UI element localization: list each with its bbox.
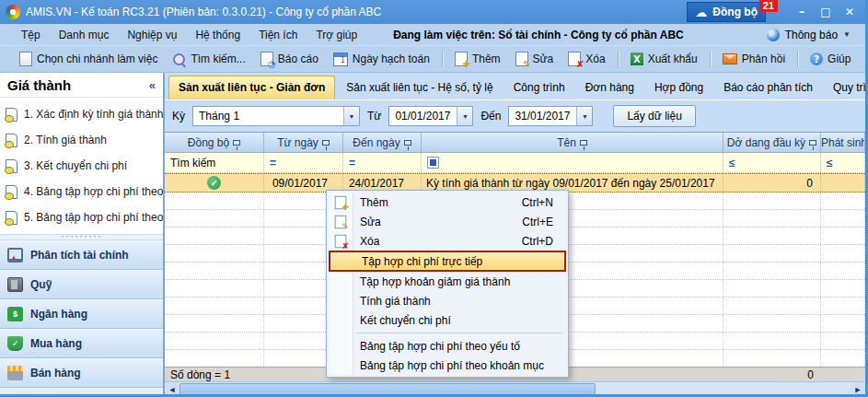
horizontal-scrollbar[interactable]: ◄ ►	[165, 381, 865, 397]
sidebar-item-quy[interactable]: Quỹ	[0, 270, 163, 299]
context-item-label: Tập hợp chi phí trực tiếp	[354, 255, 482, 268]
context-menu-tap-hop-khoan-giam[interactable]: Tập hợp khoản giảm giá thành	[329, 272, 566, 291]
column-header-do-dang-dau-ky[interactable]: Dở dang đầu kỳ	[723, 133, 821, 152]
menu-tro-giup[interactable]: Trợ giúp	[307, 26, 365, 44]
column-header-ten[interactable]: Tên	[422, 133, 723, 152]
sync-label: Đồng bộ	[712, 6, 758, 18]
task-document-icon	[6, 159, 17, 173]
pin-icon[interactable]	[580, 140, 587, 146]
tab-cong-trinh[interactable]: Công trình	[504, 76, 574, 99]
tab-san-xuat-he-so[interactable]: Sản xuất liên tục - Hệ số, tỷ lệ	[337, 76, 502, 99]
toolbar-posting-date-label: Ngày hạch toán	[353, 53, 430, 65]
text-filter-icon[interactable]	[427, 157, 439, 169]
context-menu-ket-chuyen-chi-phi[interactable]: Kết chuyển chi phí	[329, 310, 566, 330]
sidebar-task-bang-tap-hop-4[interactable]: 4. Bảng tập hợp chi phí theo...	[0, 179, 163, 204]
menu-danh-muc[interactable]: Danh mục	[51, 26, 118, 44]
column-label: Tên	[557, 136, 576, 149]
chevron-down-icon[interactable]: ▼	[343, 107, 359, 125]
chevron-down-icon[interactable]: ▼	[457, 107, 472, 125]
sidebar-item-mua-hang[interactable]: Mua hàng	[0, 329, 163, 358]
context-menu-bang-tap-hop-yeu-to[interactable]: Bảng tập hợp chi phí theo yếu tố	[329, 336, 566, 356]
sidebar-task-xac-dinh-ky[interactable]: 1. Xác định kỳ tính giá thành	[0, 101, 163, 127]
load-data-button[interactable]: Lấy dữ liệu	[613, 105, 695, 127]
toolbar-branch-button[interactable]: Chọn chi nhánh làm việc	[13, 49, 164, 69]
context-menu-them[interactable]: Thêm Ctrl+N	[329, 193, 566, 212]
filter-cell-tu-ngay[interactable]: =	[264, 153, 343, 172]
sidebar-task-bang-tap-hop-5[interactable]: 5. Bảng tập hợp chi phí theo...	[0, 204, 163, 230]
filter-cell-ten[interactable]	[422, 153, 723, 172]
scrollbar-track[interactable]	[179, 382, 851, 397]
toolbar-search-button[interactable]: Tìm kiếm...	[166, 50, 251, 69]
context-item-shortcut: Ctrl+N	[522, 196, 566, 209]
tab-bao-cao-phan-tich[interactable]: Báo cáo phân tích	[714, 76, 822, 99]
column-header-den-ngay[interactable]: Đến ngày	[343, 133, 422, 152]
toolbar-add-label: Thêm	[472, 53, 501, 65]
opening-balance-total: 0	[723, 368, 821, 381]
toolbar-report-button[interactable]: Báo cáo	[254, 49, 325, 69]
close-button[interactable]: ✕	[839, 4, 860, 20]
tab-san-xuat-gian-don[interactable]: Sản xuất liên tục - Giản đơn	[168, 76, 335, 99]
edit-document-icon	[515, 52, 528, 66]
tab-hop-dong[interactable]: Hợp đồng	[645, 76, 712, 99]
collapse-sidebar-icon[interactable]: «	[149, 78, 156, 92]
lte-operator-icon[interactable]: ≤	[827, 157, 833, 169]
from-date-picker[interactable]: 01/01/2017 ▼	[388, 106, 473, 126]
toolbar-add-button[interactable]: Thêm	[448, 49, 507, 69]
filter-cell-do-dang[interactable]: ≤	[723, 153, 821, 172]
period-select[interactable]: Tháng 1 ▼	[192, 106, 360, 126]
pin-icon[interactable]	[322, 140, 330, 146]
lte-operator-icon[interactable]: ≤	[729, 157, 735, 169]
filter-cell-phat-sinh[interactable]: ≤	[821, 153, 865, 172]
sidebar-task-ket-chuyen[interactable]: 3. Kết chuyển chi phí	[0, 153, 163, 179]
toolbar-delete-button[interactable]: Xóa	[561, 49, 611, 69]
toolbar-feedback-button[interactable]: Phản hồi	[716, 50, 792, 68]
toolbar-posting-date-button[interactable]: Ngày hạch toán	[327, 50, 436, 69]
scrollbar-thumb[interactable]	[179, 383, 596, 396]
filter-cell-den-ngay[interactable]: =	[343, 153, 422, 172]
sidebar-item-phan-tich-tai-chinh[interactable]: Phân tích tài chính	[0, 240, 163, 270]
sidebar-item-ban-hang[interactable]: Bán hàng	[0, 358, 163, 388]
menu-tep[interactable]: Tệp	[13, 26, 49, 44]
sidebar-item-quan-ly-hoa-don[interactable]: Quản lý hóa đơn	[0, 388, 163, 397]
scroll-left-icon[interactable]: ◄	[165, 385, 179, 394]
context-menu-sua[interactable]: Sửa Ctrl+E	[329, 212, 566, 231]
context-menu-tap-hop-chi-phi-truc-tiep[interactable]: Tập hợp chi phí trực tiếp	[329, 251, 566, 272]
minimize-button[interactable]: –	[792, 4, 812, 20]
toolbar-export-button[interactable]: Xuất khẩu	[624, 50, 704, 68]
pin-icon[interactable]	[809, 140, 816, 146]
menu-nghiep-vu[interactable]: Nghiệp vụ	[119, 26, 185, 44]
toolbar-help-button[interactable]: Giúp	[804, 50, 857, 68]
cell-do-dang: 0	[723, 174, 821, 192]
sync-button[interactable]: ☁ Đồng bộ 21	[687, 2, 766, 22]
to-label: Đến	[480, 110, 501, 123]
context-menu-tinh-gia-thanh[interactable]: Tính giá thành	[329, 291, 566, 310]
search-row-label-cell[interactable]: Tìm kiếm	[165, 153, 264, 172]
sidebar-splitter[interactable]	[0, 234, 163, 240]
menu-tien-ich[interactable]: Tiện ích	[250, 26, 306, 44]
equals-operator-icon[interactable]: =	[349, 157, 355, 169]
notifications-button[interactable]: Thông báo ▼	[761, 27, 856, 43]
menu-he-thong[interactable]: Hệ thống	[187, 26, 249, 44]
purchase-basket-icon	[7, 336, 23, 351]
feedback-mail-icon	[723, 53, 737, 64]
column-header-dong-bo[interactable]: Đồng bộ	[165, 133, 264, 152]
tab-quy-trinh[interactable]: Quy trình	[824, 76, 865, 99]
task-document-icon	[6, 108, 17, 122]
maximize-button[interactable]: □	[816, 4, 836, 20]
sidebar-task-tinh-gia-thanh[interactable]: 2. Tính giá thành	[0, 127, 163, 153]
scroll-right-icon[interactable]: ►	[851, 385, 865, 394]
chevron-down-icon[interactable]: ▼	[576, 107, 592, 125]
cell-phat-sinh	[821, 174, 865, 192]
to-date-picker[interactable]: 31/01/2017 ▼	[508, 106, 593, 126]
toolbar-separator	[442, 51, 443, 67]
toolbar-edit-button[interactable]: Sửa	[509, 49, 561, 69]
column-header-tu-ngay[interactable]: Từ ngày	[264, 133, 343, 152]
pin-icon[interactable]	[404, 140, 411, 146]
sidebar-item-ngan-hang[interactable]: Ngân hàng	[0, 299, 163, 329]
tab-don-hang[interactable]: Đơn hàng	[576, 76, 643, 99]
context-menu-xoa[interactable]: Xóa Ctrl+D	[329, 231, 566, 251]
column-header-phat-sinh[interactable]: Phát sinh	[821, 133, 865, 152]
context-menu-bang-tap-hop-khoan-muc[interactable]: Bảng tập hợp chi phí theo khoản mục	[329, 356, 566, 375]
pin-icon[interactable]	[233, 140, 240, 146]
equals-operator-icon[interactable]: =	[270, 157, 276, 169]
